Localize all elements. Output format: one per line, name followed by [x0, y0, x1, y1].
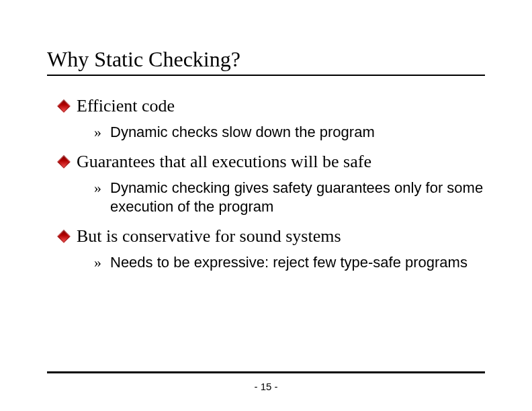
sub-item: » Dynamic checking gives safety guarante…	[94, 179, 485, 216]
slide: Why Static Checking? Efficient code » Dy…	[0, 0, 532, 271]
raquo-bullet-icon: »	[94, 179, 101, 197]
slide-title: Why Static Checking?	[47, 47, 485, 72]
page-number: - 15 -	[0, 381, 532, 392]
sub-list: » Dynamic checking gives safety guarante…	[77, 179, 485, 216]
sub-list: » Needs to be expressive: reject few typ…	[77, 253, 485, 272]
bullet-item: But is conservative for sound systems » …	[59, 225, 485, 271]
diamond-bullet-icon	[57, 155, 71, 169]
sub-text: Needs to be expressive: reject few type-…	[110, 254, 468, 271]
sub-item: » Needs to be expressive: reject few typ…	[94, 253, 485, 272]
title-underline	[47, 75, 485, 76]
sub-text: Dynamic checking gives safety guarantees…	[110, 179, 483, 215]
sub-item: » Dynamic checks slow down the program	[94, 123, 485, 142]
bullet-text: Guarantees that all executions will be s…	[77, 152, 371, 171]
diamond-bullet-icon	[57, 230, 71, 243]
diamond-bullet-icon	[57, 99, 71, 113]
sub-text: Dynamic checks slow down the program	[110, 124, 375, 140]
bullet-item: Guarantees that all executions will be s…	[59, 150, 485, 216]
raquo-bullet-icon: »	[94, 253, 101, 272]
bullet-list: Efficient code » Dynamic checks slow dow…	[47, 95, 485, 271]
raquo-bullet-icon: »	[94, 123, 101, 142]
bullet-text: Efficient code	[77, 96, 175, 116]
bullet-text: But is conservative for sound systems	[77, 226, 341, 246]
bullet-item: Efficient code » Dynamic checks slow dow…	[59, 95, 485, 141]
footer-rule	[47, 371, 485, 373]
sub-list: » Dynamic checks slow down the program	[77, 123, 485, 142]
